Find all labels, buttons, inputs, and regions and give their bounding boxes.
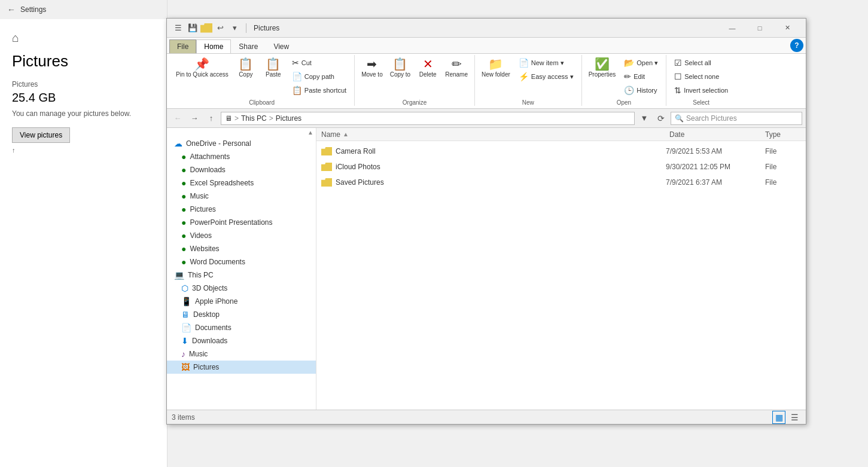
file-header-type[interactable]: Type [765,130,801,139]
new-folder-button[interactable]: 📁 New folder [479,56,513,80]
edit-button[interactable]: ✏ Edit [620,70,662,83]
titlebar-folder-icon [200,23,212,33]
websites-icon: ● [181,244,186,254]
list-view-button[interactable]: ☰ [788,411,801,424]
settings-titlebar: ← Settings [0,0,167,19]
ribbon-content: 📌 Pin to Quick access 📋 Copy 📋 Paste [167,53,806,108]
copy-button[interactable]: 📋 Copy [233,56,259,80]
table-row[interactable]: Camera Roll 7/9/2021 5:53 AM File [316,144,806,159]
settings-page-title: Pictures [12,52,155,71]
copy-path-button[interactable]: 📄 Copy path [288,70,351,83]
close-button[interactable]: ✕ [773,19,801,38]
attachments-icon: ● [181,152,186,161]
cut-button[interactable]: ✂ Cut [288,56,351,69]
history-button[interactable]: 🕒 History [620,84,662,97]
titlebar-icon-btn-1[interactable]: ☰ [172,22,185,35]
sort-indicator: ▲ [343,131,349,138]
onedrive-icon: ☁ [174,139,182,148]
cut-icon: ✂ [292,58,299,68]
address-path[interactable]: 🖥 > This PC > Pictures [221,112,635,125]
refresh-button[interactable]: ⟳ [654,111,668,126]
nav-label-ppt: PowerPoint Presentations [190,218,272,227]
copy-to-button[interactable]: 📋 Copy to [387,56,413,80]
easy-access-button[interactable]: ⚡ Easy access ▾ [514,70,578,83]
titlebar-dropdown-icon[interactable]: ▾ [228,22,241,35]
minimize-button[interactable]: — [718,19,746,38]
table-row[interactable]: Saved Pictures 7/9/2021 6:37 AM File [316,175,806,190]
downloads-icon: ⬇ [181,336,188,346]
history-icon: 🕒 [624,86,634,95]
file-header-name[interactable]: Name ▲ [321,130,669,139]
nav-item-thispc[interactable]: 💻 This PC [167,268,316,282]
file-header-date[interactable]: Date [669,130,765,139]
nav-item-ppt[interactable]: ● PowerPoint Presentations [167,216,316,229]
nav-item-websites[interactable]: ● Websites [167,242,316,255]
select-all-button[interactable]: ☑ Select all [670,56,732,69]
nav-item-music[interactable]: ♪ Music [167,347,316,361]
dropdown-path-button[interactable]: ▼ [637,111,651,126]
nav-item-downloads-od[interactable]: ● Downloads [167,163,316,176]
search-box[interactable]: 🔍 Search Pictures [671,112,802,125]
rename-button[interactable]: ✏ Rename [442,56,471,80]
move-to-button[interactable]: ➡ Move to [358,56,386,80]
pin-to-quick-access-button[interactable]: 📌 Pin to Quick access [173,56,232,80]
downloads-od-icon: ● [181,165,186,175]
delete-button[interactable]: ✕ Delete [415,56,441,80]
invert-selection-button[interactable]: ⇅ Invert selection [670,84,732,97]
nav-item-iphone[interactable]: 📱 Apple iPhone [167,295,316,308]
path-pictures[interactable]: Pictures [276,114,301,123]
settings-subtitle: Pictures [12,80,155,88]
nav-item-pictures[interactable]: 🖼 Pictures [167,361,316,374]
nav-item-desktop[interactable]: 🖥 Desktop [167,308,316,321]
folder-icon-1 [321,163,332,171]
nav-item-documents[interactable]: 📄 Documents [167,321,316,334]
nav-item-attachments[interactable]: ● Attachments [167,150,316,163]
music-od-icon: ● [181,191,186,201]
tab-file[interactable]: File [169,39,196,53]
status-view-controls: ▦ ☰ [772,411,801,424]
nav-item-music-od[interactable]: ● Music [167,190,316,203]
copy-path-icon: 📄 [292,72,302,81]
maximize-button[interactable]: □ [746,19,773,38]
titlebar-undo-icon[interactable]: ↩ [214,22,227,35]
back-nav-button[interactable]: ← [170,111,185,126]
nav-item-3dobjects[interactable]: ⬡ 3D Objects [167,282,316,295]
forward-nav-button[interactable]: → [187,111,202,126]
tab-home[interactable]: Home [196,39,231,53]
path-this-pc[interactable]: This PC [241,114,267,123]
explorer-titlebar: ☰ 💾 ↩ ▾ Pictures — □ ✕ [167,19,806,38]
nav-label-pictures: Pictures [193,363,219,371]
select-none-button[interactable]: ☐ Select none [670,70,732,83]
help-button[interactable]: ? [790,39,803,52]
view-pictures-button[interactable]: View pictures [12,127,70,143]
nav-item-downloads[interactable]: ⬇ Downloads [167,334,316,347]
copy-to-icon: 📋 [392,58,407,70]
file-name-2: Saved Pictures [336,178,662,187]
table-row[interactable]: iCloud Photos 9/30/2021 12:05 PM File [316,159,806,175]
back-button[interactable]: ← [7,5,16,14]
paste-button[interactable]: 📋 Paste [260,56,287,80]
properties-button[interactable]: ✅ Properties [586,56,619,80]
videos-od-icon: ● [181,231,186,240]
titlebar-quick-icons: ☰ 💾 ↩ ▾ [172,22,241,35]
details-view-button[interactable]: ▦ [772,411,785,424]
nav-label-downloads-od: Downloads [190,166,225,174]
new-item-button[interactable]: 📄 New item ▾ [514,56,578,69]
open-button[interactable]: 📂 Open ▾ [620,56,662,69]
properties-icon: ✅ [595,58,610,70]
nav-item-word[interactable]: ● Word Documents [167,255,316,268]
paste-shortcut-button[interactable]: 📋 Paste shortcut [288,84,351,97]
nav-label-desktop: Desktop [193,310,220,319]
nav-item-videos-od[interactable]: ● Videos [167,229,316,242]
nav-label-music: Music [189,350,208,358]
titlebar-save-icon[interactable]: 💾 [186,22,199,35]
nav-item-excel[interactable]: ● Excel Spreadsheets [167,176,316,190]
tab-share[interactable]: Share [231,39,266,53]
nav-item-onedrive[interactable]: ☁ OneDrive - Personal [167,137,316,150]
collapse-indicator[interactable]: ▲ [307,129,313,136]
up-nav-button[interactable]: ↑ [204,111,218,126]
nav-item-pictures-od[interactable]: ● Pictures [167,203,316,216]
search-placeholder: Search Pictures [686,114,737,123]
excel-icon: ● [181,178,186,188]
tab-view[interactable]: View [266,39,297,53]
